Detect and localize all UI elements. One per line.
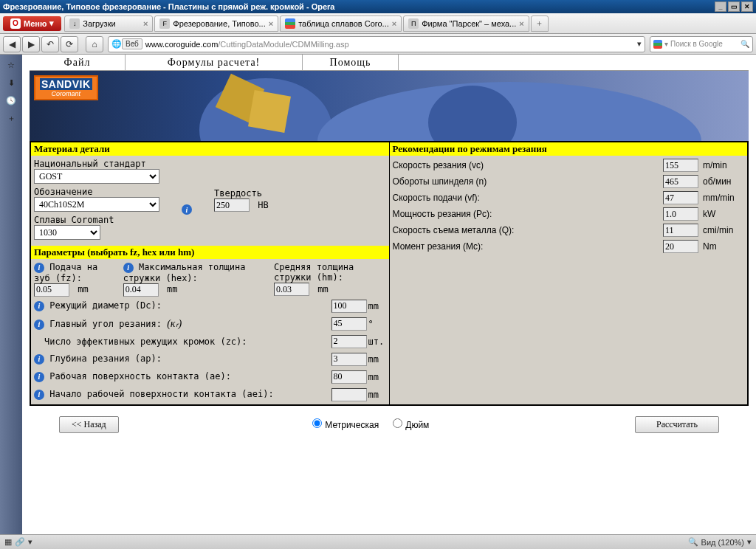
dc-input[interactable] (331, 300, 367, 313)
menu-help[interactable]: Помощь (303, 55, 399, 70)
minimize-button[interactable]: _ (715, 1, 726, 12)
browser-toolbar: ◀ ▶ ↶ ⟳ ⌂ 🌐 Веб www.coroguide.com/Cuttin… (0, 34, 756, 55)
hex-input[interactable] (123, 283, 159, 297)
national-standard-label: Национальный стандарт (34, 159, 386, 169)
section-params-header: Параметры (выбрать fz, hex или hm) (31, 246, 389, 259)
section-material-header: Материал детали (31, 142, 389, 156)
info-icon[interactable]: i (34, 390, 44, 400)
reload-button[interactable]: ⟳ (61, 36, 78, 52)
opera-menu-button[interactable]: O Меню ▾ (3, 16, 61, 31)
history-icon[interactable]: 🕓 (5, 94, 17, 106)
fz-input[interactable] (34, 283, 69, 297)
info-icon[interactable]: i (34, 301, 44, 311)
q-output (663, 224, 698, 237)
hex-label: Максимальная толщина стружки (hex): (123, 262, 246, 283)
google-icon (285, 18, 295, 29)
forward-button[interactable]: ▶ (22, 36, 40, 52)
tab-downloads[interactable]: ↓ Загрузки × (64, 15, 153, 32)
coromant-alloy-select[interactable]: 1030 (34, 225, 100, 240)
section-recs-header: Рекомендации по режимам резания (390, 142, 748, 156)
download-icon[interactable]: ⬇ (5, 77, 17, 89)
info-icon[interactable]: i (34, 320, 44, 330)
home-button[interactable]: ⌂ (86, 36, 103, 52)
controls-row: << Назад Метрическая Дюйм Рассчитать (30, 406, 749, 433)
chevron-down-icon[interactable]: ▾ (28, 537, 32, 547)
tab-milling[interactable]: F Фрезерование, Типово... × (154, 15, 278, 32)
calculate-button[interactable]: Рассчитать (635, 416, 719, 433)
vc-label: Скорость резания (vc) (393, 160, 664, 170)
close-tab-icon[interactable]: × (269, 19, 273, 28)
metric-radio[interactable] (312, 418, 322, 428)
info-icon[interactable]: i (34, 372, 44, 382)
browser-tab-bar: O Меню ▾ ↓ Загрузки × F Фрезерование, Ти… (0, 13, 756, 34)
chevron-down-icon: ▾ (49, 18, 54, 28)
hm-input[interactable] (274, 283, 309, 296)
new-tab-button[interactable]: ＋ (531, 15, 549, 32)
info-icon[interactable]: i (34, 263, 44, 273)
globe-icon: 🌐 (111, 39, 122, 49)
q-label: Скорость съема металла (Q): (393, 225, 664, 235)
ae-input[interactable] (331, 370, 367, 384)
url-bar[interactable]: 🌐 Веб www.coroguide.com/CuttingDataModul… (108, 36, 645, 52)
hardness-input[interactable] (214, 198, 250, 212)
tab-alloys[interactable]: таблица сплавов Coro... × (280, 15, 402, 32)
close-tab-icon[interactable]: × (519, 19, 523, 28)
status-bar: ▦ 🔗 ▾ 🔍 Вид (120%) ▾ (0, 534, 756, 549)
page-content: Файл Формулы расчета! Помощь SANDVIK Cor… (22, 55, 756, 534)
pc-output (663, 207, 698, 221)
kr-label: Главный угол резания: (49, 319, 162, 329)
info-icon[interactable]: i (123, 263, 134, 273)
info-icon[interactable]: i (182, 204, 192, 215)
n-label: Обороты шпинделя (n) (393, 176, 664, 187)
zoom-label: Вид (120%) (701, 538, 744, 547)
download-icon: ↓ (69, 18, 80, 29)
menu-formulas[interactable]: Формулы расчета! (126, 55, 303, 70)
ae-label: Рабочая поверхность контакта (ae): (49, 371, 231, 381)
aei-label: Начало рабочей поверхности контакта (aei… (49, 389, 273, 399)
panel-icon[interactable]: ▦ (4, 537, 12, 547)
app-menubar: Файл Формулы расчета! Помощь (30, 55, 749, 71)
dropdown-icon[interactable]: ▾ (637, 39, 642, 49)
svg-rect-2 (248, 90, 291, 133)
star-icon[interactable]: ☆ (5, 59, 17, 71)
hm-label: Средняя толщина стружки (hm): (274, 262, 354, 283)
info-icon[interactable]: i (34, 354, 44, 365)
inch-radio[interactable] (393, 418, 402, 428)
aei-input[interactable] (331, 388, 367, 401)
browser-sidebar: ☆ ⬇ 🕓 ＋ (0, 55, 22, 534)
zoom-icon[interactable]: 🔍 (688, 537, 698, 547)
designation-label: Обозначение (34, 187, 159, 197)
rewind-button[interactable]: ↶ (41, 36, 59, 52)
page-icon: F (159, 18, 170, 29)
back-button[interactable]: << Назад (59, 416, 119, 433)
kr-input[interactable] (331, 317, 367, 331)
designation-select[interactable]: 40Ch10S2M (34, 197, 159, 212)
link-icon[interactable]: 🔗 (15, 537, 25, 547)
menu-file[interactable]: Файл (30, 55, 126, 70)
n-output (663, 175, 698, 188)
search-input[interactable]: ▾ Поиск в Google 🔍 (650, 36, 753, 52)
ap-input[interactable] (331, 353, 367, 366)
zc-input[interactable] (331, 335, 367, 348)
ap-label: Глубина резания (ap): (49, 353, 162, 364)
google-icon (653, 40, 662, 49)
search-icon[interactable]: 🔍 (740, 40, 749, 48)
opera-logo-icon: O (10, 18, 21, 29)
close-button[interactable]: ✕ (741, 1, 753, 12)
hardness-label: Твердость (214, 188, 269, 198)
dropdown-icon[interactable]: ▾ (664, 40, 668, 48)
maximize-button[interactable]: ▭ (728, 1, 740, 12)
coromant-alloy-label: Сплавы Coromant (34, 215, 386, 225)
pc-label: Мощность резания (Pc): (393, 209, 664, 219)
window-title-bar: Фрезерование, Типовое фрезерование - Пла… (0, 0, 756, 13)
tab-parsek[interactable]: П Фирма "Парсек" – меха... × (403, 15, 529, 32)
close-tab-icon[interactable]: × (392, 19, 396, 28)
chevron-down-icon[interactable]: ▾ (747, 537, 752, 547)
add-panel-icon[interactable]: ＋ (5, 112, 17, 124)
dc-label: Режущий диаметр (Dc): (49, 300, 162, 311)
back-button[interactable]: ◀ (3, 36, 21, 52)
close-tab-icon[interactable]: × (143, 19, 148, 28)
page-icon: П (408, 18, 419, 29)
national-standard-select[interactable]: GOST (34, 169, 159, 184)
mc-output (663, 240, 698, 253)
